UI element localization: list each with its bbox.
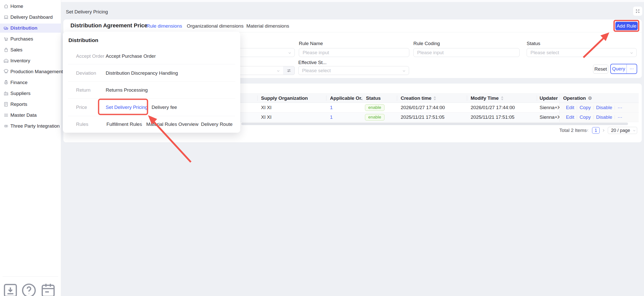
table-header-status: Status: [362, 93, 397, 103]
menu-divider: [68, 98, 235, 98]
table-header-creation-time[interactable]: Creation time: [397, 93, 467, 103]
effective-status-select[interactable]: Please select: [298, 66, 409, 75]
sidebar-item-label: Distribution: [10, 25, 38, 31]
reset-button[interactable]: Reset: [593, 65, 608, 74]
help-button[interactable]: Help: [20, 282, 38, 296]
building-icon: [3, 91, 9, 96]
sidebar-item-label: Production Management: [10, 69, 63, 74]
sidebar-item-reports[interactable]: Reports: [0, 100, 61, 109]
status-label: Status: [527, 41, 540, 46]
sort-icon[interactable]: [433, 96, 436, 100]
table-header-modify-time[interactable]: Modify Time: [467, 93, 537, 103]
menu-label-price: Price: [76, 105, 87, 110]
sidebar-item-label: Finance: [10, 80, 28, 85]
status-select-placeholder: Please select: [527, 50, 559, 55]
action-divider: [615, 106, 615, 110]
action-divider: [593, 106, 594, 110]
rule-coding-input-field[interactable]: [414, 50, 519, 55]
menu-item-accept-purchase-order[interactable]: Accept Purchase Order: [106, 53, 156, 59]
table-cell: [240, 112, 257, 122]
sidebar-item-label: Purchases: [10, 36, 33, 42]
menu-item-divider: [150, 103, 150, 108]
sidebar-item-production-management[interactable]: Production Management: [0, 67, 61, 76]
copy-link[interactable]: Copy: [580, 114, 591, 120]
sidebar-item-three-party-integration[interactable]: Three Party Integration: [0, 122, 61, 131]
next-page-button[interactable]: [600, 127, 607, 134]
sidebar-item-home[interactable]: Home: [0, 2, 61, 11]
tab-rule-dimensions[interactable]: Rule dimensions: [146, 23, 182, 29]
rule-name-input-field[interactable]: [299, 50, 409, 55]
menu-item-returns-processing[interactable]: Returns Processing: [106, 87, 148, 93]
table-header-supply-organization: Supply Organization: [257, 93, 326, 103]
sidebar-item-label: Delivery Dashboard: [10, 14, 53, 20]
tab-material-dimensions[interactable]: Material dimensions: [246, 23, 289, 29]
edit-link[interactable]: Edit: [566, 105, 574, 110]
sidebar-item-label: Inventory: [10, 58, 30, 64]
table-cell-created: 2026/01/27 17:44:00: [397, 103, 467, 112]
table-cell-updater: Sienna+Xin: [537, 103, 559, 112]
applicable-org-link[interactable]: 1: [326, 105, 333, 110]
download-button[interactable]: Downl...: [2, 282, 19, 296]
page-size-select[interactable]: 20 / page: [608, 127, 637, 134]
chevron-down-icon: [630, 51, 633, 54]
chevron-down-icon: [277, 69, 280, 72]
sidebar-item-purchases[interactable]: Purchases: [0, 34, 61, 44]
menu-item-delivery-fee[interactable]: Delivery fee: [152, 105, 177, 110]
chevron-down-icon: [402, 69, 406, 72]
gear-icon[interactable]: ⚙: [588, 95, 592, 101]
calendar-icon: [39, 282, 57, 296]
menu-item-fulfillment-rules[interactable]: Fulfillment Rules: [106, 122, 142, 127]
expand-icon: [635, 9, 640, 13]
sidebar-item-label: Sales: [10, 47, 23, 53]
prev-page-button[interactable]: [584, 127, 591, 134]
update-button[interactable]: Update: [39, 282, 57, 296]
more-actions-button[interactable]: ···: [617, 114, 622, 120]
advanced-filter-button[interactable]: [283, 66, 295, 75]
query-button[interactable]: Query: [611, 64, 627, 73]
menu-item-set-delivery-pricing[interactable]: Set Delivery Pricing: [106, 105, 148, 110]
horizontal-scrollbar[interactable]: [241, 123, 628, 125]
tab-organizational-dimensions[interactable]: Organizational dimensions: [187, 23, 244, 29]
status-select[interactable]: Please select: [527, 48, 637, 57]
sidebar-item-suppliers[interactable]: Suppliers: [0, 89, 61, 98]
table-cell-operation: Edit Copy Disable ···: [559, 112, 639, 122]
table-cell-applicable: 1: [326, 112, 362, 122]
effective-status-placeholder: Please select: [299, 68, 331, 73]
rule-name-input[interactable]: [299, 48, 409, 57]
applicable-org-link[interactable]: 1: [326, 114, 333, 120]
menu-item-delivery-route[interactable]: Delivery Route: [201, 122, 233, 127]
chevron-right-icon: [602, 129, 605, 132]
sidebar-item-master-data[interactable]: Master Data: [0, 111, 61, 120]
fullscreen-button[interactable]: [633, 7, 642, 16]
sidebar-item-distribution[interactable]: Distribution: [0, 24, 61, 33]
action-divider: [577, 106, 577, 110]
add-rule-button[interactable]: Add Rule: [615, 22, 638, 30]
menu-item-distribution-discrepancy-handling[interactable]: Distribution Discrepancy Handling: [106, 70, 178, 76]
table-cell-operation: Edit Copy Disable ···: [559, 103, 639, 112]
rule-coding-input[interactable]: [413, 48, 520, 57]
sidebar-item-label: Suppliers: [10, 91, 30, 96]
sort-icon[interactable]: [501, 96, 504, 100]
disable-link[interactable]: Disable: [596, 114, 612, 120]
menu-label-rules: Rules: [76, 122, 88, 127]
sidebar-item-inventory[interactable]: Inventory: [0, 56, 61, 65]
sidebar-item-label: Master Data: [10, 112, 36, 118]
table-cell-supply: XI XI: [257, 112, 326, 122]
sidebar-item-label: Three Party Integration: [10, 123, 60, 129]
home-icon: [3, 4, 9, 9]
menu-item-material-rules-overview[interactable]: Material Rules Overview: [146, 122, 198, 127]
sidebar-item-sales[interactable]: Sales: [0, 45, 61, 54]
page-number-button[interactable]: 1: [592, 127, 600, 134]
sidebar-item-delivery-dashboard[interactable]: Delivery Dashboard: [0, 13, 61, 22]
disable-link[interactable]: Disable: [596, 105, 612, 110]
query-more-button[interactable]: ···: [627, 64, 637, 73]
status-badge: enable: [365, 114, 384, 121]
warehouse-icon: [3, 58, 9, 64]
sidebar-item-finance[interactable]: Finance: [0, 78, 61, 87]
chevron-down-icon: [288, 51, 291, 54]
tab-distribution-agreement-price[interactable]: Distribution Agreement Price: [70, 22, 148, 29]
more-actions-button[interactable]: ···: [617, 105, 622, 110]
copy-link[interactable]: Copy: [580, 105, 591, 110]
chef-hat-icon: [3, 69, 9, 74]
edit-link[interactable]: Edit: [566, 114, 574, 120]
